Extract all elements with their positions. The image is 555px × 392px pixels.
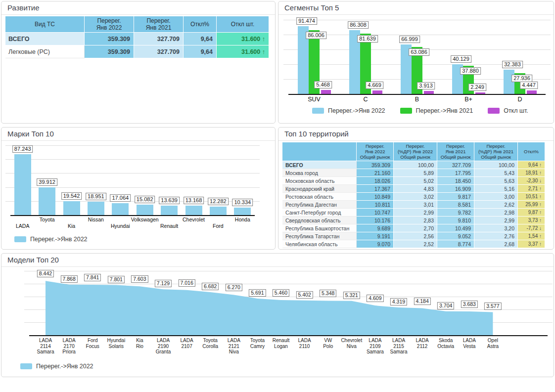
territory-name-cell: ВСЕГО: [282, 161, 357, 169]
share-2022-cell: 100,00: [394, 161, 437, 169]
share-2021-cell: 5,16: [474, 185, 518, 193]
deviation-pct-cell: 9,64: [184, 45, 217, 58]
legend-item[interactable]: Перерег.->Янв 2021: [400, 107, 473, 114]
panel-development: Развитие Вид ТСПеререг. Янв 2022Перерег.…: [1, 1, 276, 124]
territory-row[interactable]: Челябинская область9.0702,528.7742,683,3…: [282, 240, 545, 248]
value-2021-cell: 327.709: [134, 45, 184, 58]
development-row-category[interactable]: Легковые (PC)359.309327.7099,6431.600 ↑: [5, 45, 269, 58]
territory-row[interactable]: Республика Татарстан9.1912,569.0522,761,…: [282, 232, 545, 240]
development-body: Вид ТСПеререг. Янв 2022Перерег. Янв 2021…: [1, 16, 275, 124]
legend-item[interactable]: Перерег.->Янв 2022: [14, 236, 88, 243]
gridline: [5, 159, 260, 160]
bar-Kia[interactable]: [63, 201, 80, 215]
territory-row[interactable]: Республика Дагестан10.8113,018.5812,6225…: [282, 201, 545, 209]
column-header: Перерег. (%ДР) Янв 2022 Общий рынок: [394, 142, 437, 161]
legend-label: Перерег.->Янв 2022: [328, 107, 385, 114]
legend-item[interactable]: Откл шт.: [488, 107, 528, 114]
territory-row[interactable]: Краснодарский край17.3674,8316.9095,162,…: [282, 185, 545, 193]
panel-territories: Топ 10 территорий Перерег. Янв 2022 Общи…: [278, 127, 554, 250]
value-label: 5.321: [343, 292, 360, 299]
brands-chart: 87.243LADA39.912Toyota19.542Kia18.951Nis…: [1, 141, 275, 249]
bar-Chevrolet[interactable]: [185, 206, 202, 215]
share-2021-cell: 100,00: [474, 161, 518, 169]
category-label: Toyota: [40, 217, 55, 222]
legend-item[interactable]: Перерег.->Янв 2022: [312, 107, 385, 114]
bar-Hyundai[interactable]: [112, 203, 129, 215]
model-tick-label: SkodaOctavia: [432, 338, 459, 349]
model-tick-label: ChevroletNiva: [338, 338, 365, 349]
value-2022-cell: 9.689: [357, 224, 394, 232]
territory-row[interactable]: Санкт-Петербург город10.7472,999.7822,98…: [282, 209, 545, 217]
territory-row[interactable]: Ростовская область10.8493,029.8173,0010,…: [282, 193, 545, 201]
value-label: 63.086: [409, 48, 429, 56]
up-arrow-icon: ↑: [538, 194, 542, 199]
bar-Toyota[interactable]: [39, 187, 55, 215]
value-2021-cell: 327.709: [134, 33, 184, 45]
legend-swatch-icon: [488, 108, 500, 114]
bar-Nissan[interactable]: [88, 202, 104, 215]
value-label: 86.006: [306, 32, 326, 39]
bar-otkl-B[interactable]: [424, 91, 434, 94]
share-2021-cell: 2,98: [474, 209, 518, 217]
deviation-pct-cell: 3,73 ↑: [518, 217, 545, 224]
bar-otkl-C[interactable]: [372, 90, 382, 94]
value-label: 7.801: [108, 276, 125, 283]
territory-row[interactable]: ВСЕГО359.309100,00327.709100,009,64 ↑: [282, 161, 545, 169]
model-tick-label: VWPolo: [315, 338, 341, 349]
legend-item[interactable]: Перерег.->Янв 2022: [20, 363, 93, 370]
panel-title-development: Развитие: [1, 1, 275, 15]
territory-row[interactable]: Свердловская область10.1762,839.8102,993…: [282, 217, 545, 224]
value-label: 18.951: [86, 193, 106, 200]
legend-swatch-icon: [14, 236, 26, 242]
x-axis-line: [10, 215, 255, 216]
value-label: 4.319: [390, 298, 407, 305]
deviation-pct-cell: 9,64 ↑: [518, 161, 545, 169]
models-area-shape[interactable]: [1, 267, 553, 377]
value-2021-cell: 9.052: [437, 232, 474, 240]
bar-Renault[interactable]: [161, 206, 178, 215]
deviation-pct-cell: -2,30 ↓: [518, 177, 545, 185]
territories-table: Перерег. Янв 2022 Общий рынокПеререг. (%…: [282, 142, 545, 248]
bar-Ford[interactable]: [210, 207, 227, 215]
value-label: 19.542: [61, 192, 82, 200]
value-label: 5.402: [296, 291, 313, 299]
vehicle-type-cell: Легковые (PC): [5, 45, 85, 58]
column-header: Откл шт.: [217, 16, 269, 33]
up-arrow-icon: ↑: [538, 233, 542, 239]
models-chart: 8.442LADA2114Samara7.868LADA2170Priora7.…: [1, 267, 554, 376]
territory-row[interactable]: Республика Башкортостан9.6892,7010.4993,…: [282, 224, 545, 232]
territory-row[interactable]: Москва город21.1605,8917.7955,4318,91 ↑: [282, 169, 545, 177]
territory-name-cell: Республика Дагестан: [282, 201, 357, 209]
model-tick-label: LADA2109Samara: [362, 338, 388, 355]
value-label: 7.868: [60, 275, 77, 283]
territory-row[interactable]: Московская область18.0265,0218.4505,63-2…: [282, 177, 545, 185]
bar-Honda[interactable]: [234, 208, 251, 215]
bar-otkl-D[interactable]: [527, 90, 537, 94]
value-label: 13.639: [159, 197, 180, 204]
share-2022-cell: 2,83: [394, 217, 437, 224]
share-2021-cell: 2,76: [474, 232, 518, 240]
share-2021-cell: 5,43: [474, 169, 518, 177]
value-label: 4.184: [414, 298, 430, 305]
value-label: 6.270: [226, 284, 242, 291]
model-tick-label: LADA2115Samara: [385, 338, 412, 355]
bar-otkl-B+[interactable]: [475, 92, 485, 94]
share-2022-cell: 3,01: [394, 201, 437, 209]
category-label: Volkswagen: [131, 217, 159, 222]
value-label: 8.442: [37, 270, 54, 277]
deviation-pct-cell: 18,91 ↑: [518, 169, 545, 177]
panel-models: Модели Топ 20 8.442LADA2114Samara7.868LA…: [1, 253, 554, 377]
model-tick-label: LADA2107: [174, 338, 200, 349]
bar-otkl-SUV[interactable]: [321, 90, 331, 94]
model-tick-label: LADA2170Priora: [56, 338, 83, 355]
value-label: 86.308: [348, 21, 369, 29]
value-2022-cell: 10.849: [357, 193, 394, 201]
bar-Volkswagen[interactable]: [137, 205, 153, 215]
panel-title-segments: Сегменты Топ 5: [278, 1, 554, 15]
value-label: 17.064: [110, 194, 131, 202]
value-label: 40.129: [451, 55, 471, 63]
up-arrow-icon: ↑: [538, 162, 542, 168]
value-label: 13.168: [184, 197, 204, 204]
bar-LADA[interactable]: [14, 154, 31, 215]
development-row-total[interactable]: ВСЕГО359.309327.7099,6431.600 ↑: [5, 33, 269, 45]
